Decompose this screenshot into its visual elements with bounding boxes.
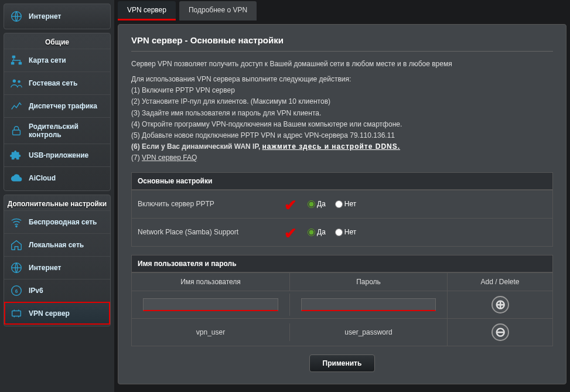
sidebar-item-network-map[interactable]: Карта сети: [4, 49, 110, 71]
check-icon: ✔: [284, 196, 308, 214]
radio-group-samba: Да Нет: [308, 228, 547, 236]
row-enable-pptp: Включить сервер PPTP ✔ Да Нет: [132, 190, 552, 218]
svg-text:6: 6: [15, 289, 18, 294]
tab-vpn-server[interactable]: VPN сервер: [118, 1, 176, 21]
svg-point-4: [13, 80, 16, 83]
step-5: (5) Добавьте новое подключение PPTP VPN …: [131, 130, 553, 141]
radio-input[interactable]: [308, 229, 315, 236]
puzzle-icon: [10, 149, 23, 162]
people-icon: [10, 77, 23, 90]
user-table-header: Имя пользователя Пароль Add / Delete: [132, 272, 552, 291]
step7-prefix: (7): [131, 154, 142, 162]
svg-point-7: [16, 226, 17, 227]
sidebar-item-internet[interactable]: Интернет: [4, 256, 110, 279]
radio-label: Нет: [344, 200, 356, 208]
sidebar-label: Интернет: [29, 12, 61, 21]
step-4: (4) Откройте программу VPN-подключения н…: [131, 119, 553, 130]
sidebar-label: Карта сети: [29, 56, 66, 64]
step-1: (1) Включите PPTP VPN сервер: [131, 85, 553, 96]
section-user-pass: Имя пользователя и пароль: [131, 255, 553, 272]
ddns-link[interactable]: нажмите здесь и настройте DDNS.: [262, 142, 401, 151]
globe-icon: [10, 10, 23, 23]
delete-button[interactable]: ⊖: [492, 323, 509, 341]
row-label: Network Place (Samba) Support: [138, 228, 284, 236]
sidebar: Интернет Общие Карта сети Гостевая сеть …: [0, 0, 114, 392]
apply-wrap: Применить: [131, 346, 553, 373]
add-button[interactable]: ⊕: [492, 296, 509, 313]
username-cell: [132, 294, 289, 316]
col-username: Имя пользователя: [132, 273, 289, 291]
radio-group-pptp: Да Нет: [308, 200, 547, 208]
svg-rect-2: [11, 62, 15, 65]
sidebar-label: VPN сервер: [29, 309, 70, 318]
side-block-general: Общие Карта сети Гостевая сеть Диспетчер…: [4, 33, 111, 191]
sidebar-label: Интернет: [29, 264, 61, 272]
radio-samba-yes[interactable]: Да: [308, 228, 326, 236]
sidebar-item-usb[interactable]: USB-приложение: [4, 144, 110, 166]
step-3: (3) Задайте имя пользователя и пароль дл…: [131, 108, 553, 119]
section-basic-settings: Основные настройки: [131, 172, 553, 190]
svg-point-5: [18, 80, 21, 83]
password-input[interactable]: [301, 298, 436, 311]
sidebar-item-parental[interactable]: Родительский контроль: [4, 117, 110, 144]
step6-prefix: (6) Если у Вас динамический WAN IP,: [131, 142, 262, 151]
username-input[interactable]: [143, 298, 278, 311]
sidebar-group-header: Общие: [4, 35, 110, 49]
sidebar-item-aicloud[interactable]: AiCloud: [4, 166, 110, 189]
sidebar-item-ipv6[interactable]: 6 IPv6: [4, 279, 110, 302]
sidebar-label: Родительский контроль: [29, 122, 104, 139]
password-cell: [289, 294, 447, 316]
tabs: VPN сервер Подробнее о VPN: [118, 0, 566, 24]
user-input-row: ⊕: [132, 291, 552, 318]
radio-input[interactable]: [335, 229, 343, 236]
sidebar-label: Беспроводная сеть: [29, 218, 97, 226]
sidebar-item-lan[interactable]: Локальная сеть: [4, 233, 110, 256]
graph-icon: [10, 100, 23, 113]
step-6: (6) Если у Вас динамический WAN IP, нажм…: [131, 141, 553, 152]
globe-icon: [10, 261, 23, 274]
sidebar-item-internet-top[interactable]: Интернет: [4, 5, 110, 28]
tab-vpn-more[interactable]: Подробнее о VPN: [179, 1, 257, 21]
radio-input[interactable]: [335, 200, 343, 208]
ipv6-icon: 6: [10, 284, 23, 297]
svg-rect-11: [12, 311, 21, 316]
radio-label: Нет: [344, 228, 356, 236]
sidebar-item-guest-network[interactable]: Гостевая сеть: [4, 71, 110, 94]
radio-label: Да: [317, 200, 326, 208]
network-icon: [10, 54, 23, 67]
radio-input[interactable]: [308, 200, 315, 208]
sidebar-label: Диспетчер трафика: [29, 102, 97, 110]
basic-settings-table: Включить сервер PPTP ✔ Да Нет Network Pl…: [131, 190, 553, 247]
vpn-icon: [10, 307, 23, 320]
side-block-advanced: Дополнительные настройки Беспроводная се…: [4, 195, 111, 326]
step-2: (2) Установите IP-пул для клиентов. (Мак…: [131, 96, 553, 107]
radio-pptp-no[interactable]: Нет: [335, 200, 356, 208]
home-icon: [10, 238, 23, 251]
col-action: Add / Delete: [447, 273, 552, 291]
sidebar-item-wireless[interactable]: Беспроводная сеть: [4, 210, 110, 233]
radio-pptp-yes[interactable]: Да: [308, 200, 326, 208]
apply-button[interactable]: Применить: [309, 354, 376, 372]
steps: Для использования VPN сервера выполните …: [131, 74, 553, 164]
user-sample-row: vpn_user user_password ⊖: [132, 318, 552, 346]
check-icon: ✔: [284, 224, 308, 243]
sample-username: vpn_user: [132, 323, 289, 341]
steps-intro: Для использования VPN сервера выполните …: [131, 74, 553, 85]
side-block-top: Интернет: [4, 4, 111, 29]
radio-samba-no[interactable]: Нет: [335, 228, 356, 236]
lock-icon: [10, 124, 23, 137]
sidebar-label: Локальная сеть: [29, 241, 84, 249]
sidebar-item-vpn-server[interactable]: VPN сервер: [4, 302, 110, 325]
user-table: Имя пользователя Пароль Add / Delete ⊕ v…: [131, 272, 553, 346]
sidebar-label: IPv6: [29, 287, 43, 295]
step-7: (7) VPN сервер FAQ: [131, 152, 553, 163]
sample-password: user_password: [289, 323, 447, 341]
faq-link[interactable]: VPN сервер FAQ: [142, 154, 197, 162]
sidebar-item-traffic[interactable]: Диспетчер трафика: [4, 94, 110, 117]
svg-rect-6: [13, 130, 21, 135]
main-content: VPN сервер Подробнее о VPN VPN сервер - …: [114, 0, 570, 392]
sidebar-label: Гостевая сеть: [29, 79, 77, 87]
svg-rect-3: [19, 62, 22, 65]
sidebar-label: AiCloud: [29, 174, 56, 182]
row-samba-support: Network Place (Samba) Support ✔ Да Нет: [132, 218, 552, 246]
